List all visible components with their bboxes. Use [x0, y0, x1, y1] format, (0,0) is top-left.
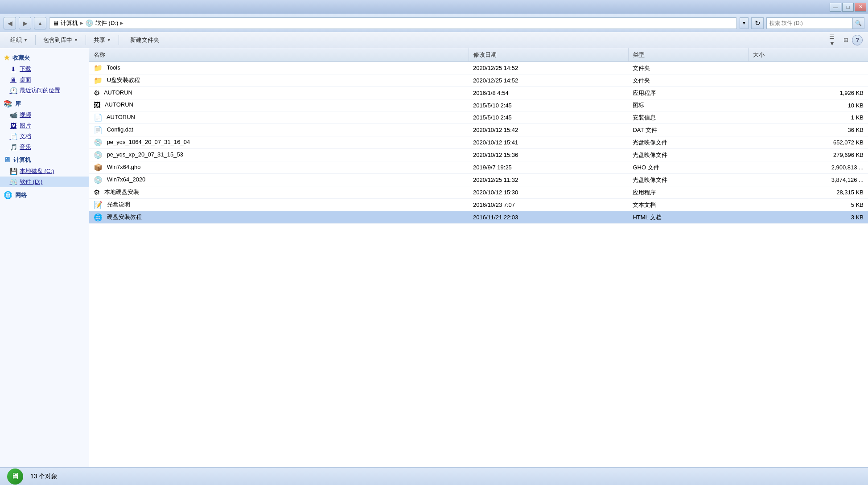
- table-row[interactable]: 📝 光盘说明 2016/10/23 7:07 文本文档 5 KB: [89, 199, 868, 211]
- maximize-button[interactable]: □: [842, 3, 854, 12]
- back-button[interactable]: ◀: [4, 17, 16, 29]
- address-bar: ◀ ▶ ▲ 🖥 计算机 ▶ 💿 软件 (D:) ▶ ▼ ↻ 🔍: [0, 14, 868, 32]
- file-table: 名称 修改日期 类型 大小 📁 Tools 2020/12/25 14:52 文…: [89, 48, 868, 224]
- sidebar-favorites-header[interactable]: ★ 收藏夹: [0, 52, 89, 64]
- file-modified-cell: 2020/10/12 15:41: [469, 136, 628, 149]
- search-input[interactable]: [767, 20, 852, 26]
- toolbar-separator-2: [86, 35, 86, 45]
- favorites-label: 收藏夹: [12, 54, 30, 62]
- table-row[interactable]: ⚙ AUTORUN 2016/1/8 4:54 应用程序 1,926 KB: [89, 87, 868, 99]
- sidebar-item-music[interactable]: 🎵 音乐: [0, 142, 89, 152]
- file-name-label: AUTORUN: [105, 102, 133, 108]
- file-name-cell: 📝 光盘说明: [89, 199, 469, 211]
- col-name[interactable]: 名称: [89, 48, 469, 62]
- breadcrumb-computer[interactable]: 🖥 计算机: [52, 19, 78, 27]
- organize-dropdown-icon: ▼: [24, 38, 28, 42]
- forward-button[interactable]: ▶: [19, 17, 31, 29]
- file-modified-cell: 2020/10/12 15:42: [469, 124, 628, 136]
- toolbar: 组织 ▼ 包含到库中 ▼ 共享 ▼ 新建文件夹 ☰ ▼ ⊞ ?: [0, 32, 868, 48]
- sidebar-item-desktop[interactable]: 🖥 桌面: [0, 74, 89, 85]
- breadcrumb-drive-label: 软件 (D:): [95, 19, 118, 27]
- pictures-icon: 🖼: [10, 122, 17, 129]
- table-row[interactable]: 🌐 硬盘安装教程 2016/11/21 22:03 HTML 文档 3 KB: [89, 211, 868, 224]
- table-row[interactable]: 💿 pe_yqs_1064_20_07_31_16_04 2020/10/12 …: [89, 136, 868, 149]
- preview-pane-button[interactable]: ⊞: [840, 35, 851, 45]
- desktop-icon: 🖥: [10, 76, 17, 83]
- file-size-cell: 1,926 KB: [748, 87, 868, 99]
- file-type-cell: 文件夹: [628, 74, 748, 87]
- computer-icon: 🖥: [52, 19, 59, 27]
- up-button[interactable]: ▲: [34, 17, 46, 29]
- sidebar-download-label: 下载: [20, 65, 31, 73]
- organize-button[interactable]: 组织 ▼: [5, 34, 33, 46]
- breadcrumb-arrow-1: ▶: [80, 21, 83, 25]
- file-size-cell: 3 KB: [748, 211, 868, 224]
- network-label: 网络: [15, 191, 27, 199]
- sidebar-section-favorites: ★ 收藏夹 ⬇ 下载 🖥 桌面 🕐 最近访问的位置: [0, 52, 89, 96]
- new-folder-button[interactable]: 新建文件夹: [125, 34, 164, 46]
- file-size-cell: 5 KB: [748, 199, 868, 211]
- search-icon-button[interactable]: 🔍: [852, 18, 864, 29]
- table-row[interactable]: 📄 Config.dat 2020/10/12 15:42 DAT 文件 36 …: [89, 124, 868, 136]
- file-size-cell: 652,072 KB: [748, 136, 868, 149]
- table-row[interactable]: 🖼 AUTORUN 2015/5/10 2:45 图标 10 KB: [89, 99, 868, 111]
- file-name-label: AUTORUN: [104, 89, 132, 96]
- refresh-button[interactable]: ↻: [751, 17, 764, 29]
- breadcrumb-drive[interactable]: 💿 软件 (D:): [85, 19, 118, 27]
- table-row[interactable]: 📁 U盘安装教程 2020/12/25 14:52 文件夹: [89, 74, 868, 87]
- sidebar-recent-label: 最近访问的位置: [20, 86, 60, 95]
- help-button[interactable]: ?: [852, 35, 863, 45]
- library-dropdown-icon: ▼: [74, 38, 78, 42]
- minimize-button[interactable]: —: [830, 3, 841, 12]
- col-modified[interactable]: 修改日期: [469, 48, 628, 62]
- sidebar-item-pictures[interactable]: 🖼 图片: [0, 120, 89, 131]
- file-modified-cell: 2020/12/25 14:52: [469, 74, 628, 87]
- share-button[interactable]: 共享 ▼: [89, 34, 116, 46]
- sidebar-item-documents[interactable]: 📄 文档: [0, 131, 89, 142]
- close-button[interactable]: ✕: [855, 3, 866, 12]
- file-name-cell: 📁 U盘安装教程: [89, 74, 469, 87]
- status-bar: 🖥 13 个对象: [0, 467, 868, 485]
- file-row-icon: 📦: [94, 164, 103, 171]
- file-area: 名称 修改日期 类型 大小 📁 Tools 2020/12/25 14:52 文…: [89, 48, 868, 467]
- sidebar-item-video[interactable]: 📹 视频: [0, 110, 89, 120]
- sidebar-item-download[interactable]: ⬇ 下载: [0, 64, 89, 74]
- sidebar-section-network: 🌐 网络: [0, 189, 89, 201]
- file-name-cell: 💿 pe_yqs_1064_20_07_31_16_04: [89, 136, 469, 149]
- sidebar-item-d-drive[interactable]: 💿 软件 (D:): [0, 177, 89, 187]
- breadcrumb-computer-label: 计算机: [61, 19, 78, 27]
- table-row[interactable]: 💿 pe_yqs_xp_20_07_31_15_53 2020/10/12 15…: [89, 149, 868, 161]
- file-modified-cell: 2015/5/10 2:45: [469, 99, 628, 111]
- col-size[interactable]: 大小: [748, 48, 868, 62]
- file-name-cell: ⚙ 本地硬盘安装: [89, 186, 469, 199]
- table-row[interactable]: 📦 Win7x64.gho 2019/9/7 19:25 GHO 文件 2,90…: [89, 161, 868, 174]
- table-row[interactable]: 💿 Win7x64_2020 2020/12/25 11:32 光盘映像文件 3…: [89, 174, 868, 186]
- sidebar-library-header[interactable]: 📚 库: [0, 98, 89, 110]
- file-name-cell: ⚙ AUTORUN: [89, 87, 469, 99]
- table-row[interactable]: 📁 Tools 2020/12/25 14:52 文件夹: [89, 62, 868, 74]
- sidebar-music-label: 音乐: [20, 143, 31, 151]
- view-toggle-button[interactable]: ☰ ▼: [829, 35, 839, 45]
- file-size-cell: 10 KB: [748, 99, 868, 111]
- file-type-cell: 光盘映像文件: [628, 149, 748, 161]
- file-size-cell: 28,315 KB: [748, 186, 868, 199]
- address-dropdown-button[interactable]: ▼: [740, 17, 749, 29]
- file-modified-cell: 2016/1/8 4:54: [469, 87, 628, 99]
- include-in-library-button[interactable]: 包含到库中 ▼: [38, 34, 83, 46]
- main-area: ★ 收藏夹 ⬇ 下载 🖥 桌面 🕐 最近访问的位置 📚 库 �: [0, 48, 868, 467]
- file-modified-cell: 2020/10/12 15:30: [469, 186, 628, 199]
- sidebar-item-recent[interactable]: 🕐 最近访问的位置: [0, 85, 89, 96]
- file-row-icon: ⚙: [94, 89, 100, 97]
- file-size-cell: 1 KB: [748, 111, 868, 124]
- file-modified-cell: 2020/12/25 14:52: [469, 62, 628, 74]
- col-type[interactable]: 类型: [628, 48, 748, 62]
- file-modified-cell: 2020/12/25 11:32: [469, 174, 628, 186]
- file-name-cell: 💿 pe_yqs_xp_20_07_31_15_53: [89, 149, 469, 161]
- sidebar-computer-header[interactable]: 🖥 计算机: [0, 154, 89, 166]
- drive-icon: 💿: [85, 19, 94, 27]
- file-type-cell: GHO 文件: [628, 161, 748, 174]
- sidebar-item-c-drive[interactable]: 💾 本地磁盘 (C:): [0, 166, 89, 177]
- table-row[interactable]: ⚙ 本地硬盘安装 2020/10/12 15:30 应用程序 28,315 KB: [89, 186, 868, 199]
- sidebar-network-header[interactable]: 🌐 网络: [0, 189, 89, 201]
- table-row[interactable]: 📄 AUTORUN 2015/5/10 2:45 安装信息 1 KB: [89, 111, 868, 124]
